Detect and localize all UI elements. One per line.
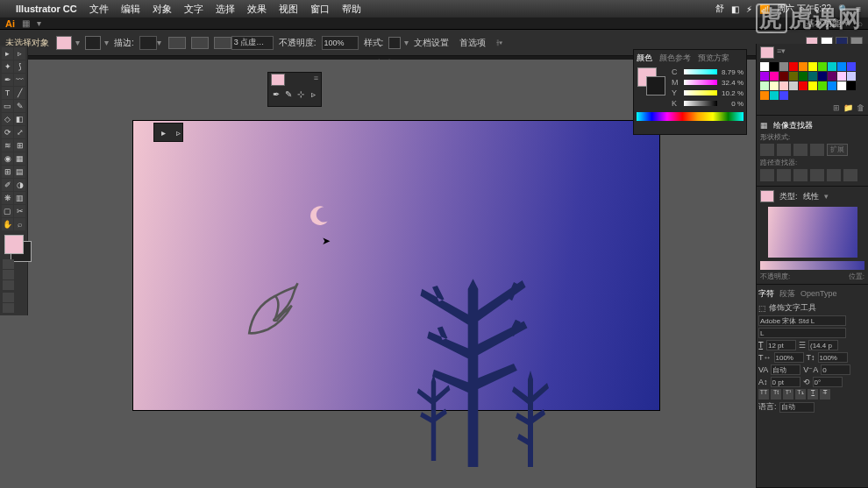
- eraser-tool[interactable]: ◧: [14, 113, 25, 125]
- type-tool[interactable]: T: [2, 87, 13, 99]
- gradient-tool[interactable]: ▤: [14, 166, 25, 178]
- swatch-grid[interactable]: [760, 60, 864, 102]
- color-stroke-swatch[interactable]: [646, 76, 665, 95]
- free-transform-tool[interactable]: ⊞: [14, 139, 25, 152]
- allcaps-icon[interactable]: TT: [758, 389, 769, 400]
- sel-tool-direct-icon[interactable]: ▹: [173, 127, 184, 138]
- y-slider[interactable]: [684, 90, 717, 95]
- shaper-tool[interactable]: ◇: [2, 113, 13, 125]
- convert-tool-icon[interactable]: ▹: [309, 88, 317, 100]
- color-themes-tab[interactable]: 预览方案: [698, 53, 729, 64]
- status-power-icon[interactable]: ⚡︎: [746, 4, 752, 14]
- trim-icon[interactable]: [777, 169, 791, 181]
- hand-tool[interactable]: ✋: [2, 218, 13, 230]
- divide-icon[interactable]: [760, 169, 774, 181]
- sw-fill-chip[interactable]: [760, 46, 774, 59]
- font-family-input[interactable]: [758, 315, 846, 326]
- brush-profiles[interactable]: [168, 37, 231, 49]
- zoom-tool[interactable]: ⌕: [14, 218, 25, 230]
- grad-type-select[interactable]: 线性: [803, 191, 819, 202]
- crop-icon[interactable]: [810, 169, 824, 181]
- status-ime[interactable]: 舒: [715, 3, 724, 15]
- stroke-swatch[interactable]: [85, 36, 101, 50]
- symbol-sprayer-tool[interactable]: ❋: [2, 192, 13, 204]
- k-slider[interactable]: [684, 101, 717, 106]
- pen-tool[interactable]: ✒: [2, 74, 13, 86]
- status-clock[interactable]: 周六 下午5:22: [777, 3, 831, 15]
- brush-def[interactable]: [231, 36, 274, 50]
- perspective-tool[interactable]: ▦: [14, 152, 25, 165]
- tree-small-right[interactable]: [509, 362, 552, 467]
- menu-effect[interactable]: 效果: [247, 3, 267, 16]
- paintbrush-tool[interactable]: ✎: [14, 100, 25, 112]
- workspace-selector[interactable]: 基本功能: [806, 18, 841, 30]
- para-tab[interactable]: 段落: [779, 288, 795, 300]
- app-name[interactable]: Illustrator CC: [16, 4, 77, 14]
- outline-icon[interactable]: [827, 169, 841, 181]
- color-mode-toggles[interactable]: [2, 258, 25, 291]
- tree-small-left[interactable]: [414, 366, 453, 463]
- super-icon[interactable]: T¹: [783, 389, 793, 400]
- touch-type-label[interactable]: 修饰文字工具: [769, 302, 816, 314]
- menu-help[interactable]: 帮助: [342, 3, 361, 16]
- underline-icon[interactable]: T̲: [808, 389, 818, 400]
- menu-view[interactable]: 视图: [279, 3, 298, 16]
- slice-tool[interactable]: ✂: [14, 205, 25, 217]
- stroke-weight-input[interactable]: [139, 36, 157, 50]
- magic-wand-tool[interactable]: ✦: [2, 60, 13, 73]
- status-display-icon[interactable]: ◧: [731, 4, 739, 14]
- bridge-icon[interactable]: ▦: [22, 18, 30, 28]
- shape-builder-tool[interactable]: ◉: [2, 152, 13, 165]
- curvature-tool[interactable]: 〰: [14, 74, 25, 86]
- color-guide-tab[interactable]: 颜色参考: [659, 53, 691, 64]
- line-tool[interactable]: ╱: [14, 87, 25, 99]
- expand-btn[interactable]: 扩展: [827, 144, 848, 156]
- ot-tab[interactable]: OpenType: [800, 289, 837, 298]
- floating-selection-tools[interactable]: ▸ ▹: [153, 123, 183, 142]
- panel-fill-chip[interactable]: [271, 74, 285, 86]
- lang-select[interactable]: [779, 402, 815, 413]
- minus-back-icon[interactable]: [843, 169, 857, 181]
- unite-icon[interactable]: [760, 144, 774, 156]
- menu-window[interactable]: 窗口: [310, 3, 330, 16]
- rotate-tool[interactable]: ⟳: [2, 126, 13, 138]
- grad-chip[interactable]: [760, 190, 774, 202]
- direct-selection-tool[interactable]: ▹: [14, 47, 25, 60]
- merge-icon[interactable]: [793, 169, 808, 181]
- font-style-input[interactable]: [758, 328, 846, 338]
- scale-tool[interactable]: ⤢: [14, 126, 25, 138]
- vscale-input[interactable]: [818, 352, 848, 363]
- rectangle-tool[interactable]: ▭: [2, 100, 13, 112]
- panel-menu-icon[interactable]: ≡: [314, 74, 318, 84]
- color-tab[interactable]: 颜色: [637, 53, 652, 64]
- pen-tool-icon[interactable]: ✒: [272, 88, 281, 100]
- leading-input[interactable]: [808, 340, 838, 350]
- menu-type[interactable]: 文字: [184, 3, 203, 16]
- gradient-ramp[interactable]: [760, 261, 864, 270]
- rotation-input[interactable]: [813, 377, 843, 387]
- sub-icon[interactable]: T₁: [795, 389, 806, 400]
- status-wifi-icon[interactable]: 📶: [759, 4, 770, 14]
- mesh-tool[interactable]: ⊞: [2, 166, 13, 178]
- sw-folder-icon[interactable]: 📁: [843, 103, 853, 112]
- sw-new-icon[interactable]: ⊞: [833, 103, 840, 112]
- menu-select[interactable]: 选择: [216, 3, 235, 16]
- menu-edit[interactable]: 编辑: [121, 3, 140, 16]
- width-tool[interactable]: ≋: [2, 139, 13, 152]
- sw-trash-icon[interactable]: 🗑: [857, 103, 864, 112]
- pencil-tool-icon[interactable]: ✎: [284, 88, 293, 100]
- strike-icon[interactable]: T̶: [820, 389, 830, 400]
- arrange-icon[interactable]: ▾: [37, 18, 41, 28]
- eyedropper-tool[interactable]: ✐: [2, 179, 13, 191]
- doc-setup-btn[interactable]: 文档设置: [414, 37, 449, 49]
- sel-tool-arrow-icon[interactable]: ▸: [158, 127, 169, 138]
- intersect-icon[interactable]: [793, 144, 808, 156]
- artboard-tool[interactable]: ▢: [2, 205, 13, 217]
- pathfinder-tab[interactable]: 绘像查找器: [773, 120, 813, 131]
- column-graph-tool[interactable]: ▥: [14, 192, 25, 204]
- menu-object[interactable]: 对象: [153, 3, 172, 16]
- lasso-tool[interactable]: ⟆: [14, 60, 25, 73]
- touch-type-icon[interactable]: ⬚: [758, 304, 766, 313]
- blend-tool[interactable]: ◑: [14, 179, 25, 191]
- align-icon[interactable]: ⫲▾: [496, 38, 502, 48]
